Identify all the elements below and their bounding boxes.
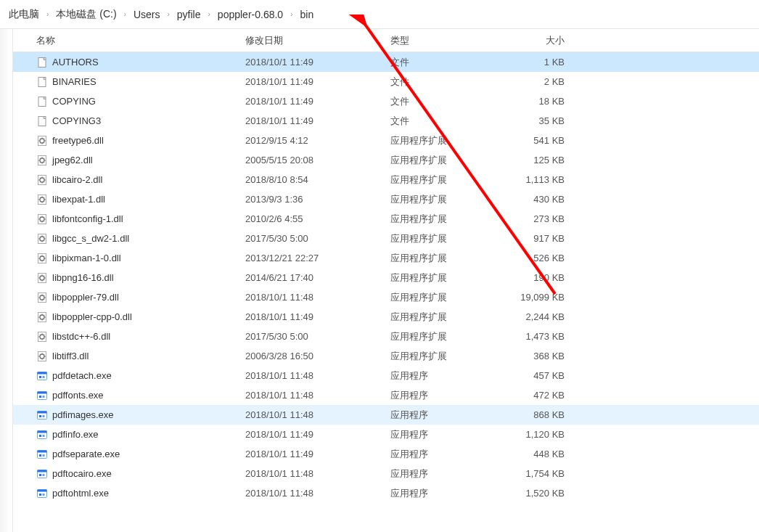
- file-row[interactable]: pdfseparate.exe2018/10/1 11:49应用程序448 KB: [13, 444, 759, 464]
- chevron-right-icon: ›: [120, 10, 131, 18]
- file-type: 应用程序扩展: [390, 350, 514, 363]
- file-name: libpoppler-cpp-0.dll: [52, 311, 132, 322]
- file-row[interactable]: libcairo-2.dll2018/8/10 8:54应用程序扩展1,113 …: [13, 170, 759, 189]
- file-type: 文件: [390, 75, 514, 89]
- file-name: libpng16-16.dll: [52, 272, 114, 283]
- file-row[interactable]: libfontconfig-1.dll2010/2/6 4:55应用程序扩展27…: [13, 209, 759, 229]
- file-type: 文件: [390, 56, 514, 69]
- file-type: 应用程序扩展: [390, 252, 514, 265]
- file-row[interactable]: libgcc_s_dw2-1.dll2017/5/30 5:00应用程序扩展91…: [13, 229, 759, 248]
- file-size: 457 KB: [514, 370, 579, 381]
- file-type: 应用程序扩展: [390, 330, 514, 343]
- exe-icon: [36, 429, 48, 441]
- file-type: 应用程序扩展: [390, 193, 514, 206]
- dll-icon: [36, 351, 48, 362]
- file-size: 125 KB: [514, 155, 579, 165]
- dll-icon: [36, 272, 48, 284]
- file-size: 1,120 KB: [514, 429, 579, 440]
- dll-icon: [36, 155, 48, 166]
- file-name: pdfdetach.exe: [52, 370, 112, 381]
- col-header-type[interactable]: 类型: [390, 34, 514, 47]
- file-type: 应用程序: [390, 409, 514, 422]
- dll-icon: [36, 213, 48, 225]
- file-date: 2012/9/15 4:12: [245, 135, 390, 146]
- file-row[interactable]: libpixman-1-0.dll2013/12/21 22:27应用程序扩展5…: [13, 248, 759, 268]
- file-type: 应用程序扩展: [390, 311, 514, 324]
- file-date: 2018/10/1 11:48: [245, 409, 390, 420]
- file-type: 应用程序扩展: [390, 134, 514, 147]
- file-row[interactable]: freetype6.dll2012/9/15 4:12应用程序扩展541 KB: [13, 131, 759, 150]
- breadcrumb-Users[interactable]: Users: [131, 9, 163, 20]
- file-date: 2005/5/15 20:08: [245, 155, 390, 165]
- chevron-right-icon: ›: [42, 10, 53, 18]
- file-name: libcairo-2.dll: [52, 174, 102, 185]
- file-list[interactable]: AUTHORS2018/10/1 11:49文件1 KBBINARIES2018…: [13, 52, 759, 503]
- file-date: 2018/10/1 11:49: [245, 449, 390, 459]
- file-row[interactable]: pdfdetach.exe2018/10/1 11:48应用程序457 KB: [13, 366, 759, 385]
- file-date: 2006/3/28 16:50: [245, 351, 390, 361]
- breadcrumb[interactable]: 此电脑›本地磁盘 (C:)›Users›pyfile›poppler-0.68.…: [0, 0, 759, 29]
- exe-icon: [36, 390, 48, 401]
- file-row[interactable]: pdffonts.exe2018/10/1 11:48应用程序472 KB: [13, 385, 759, 405]
- file-date: 2018/10/1 11:48: [245, 370, 390, 381]
- file-size: 448 KB: [514, 449, 579, 459]
- file-size: 273 KB: [514, 213, 579, 224]
- file-row[interactable]: libpoppler-79.dll2018/10/1 11:48应用程序扩展19…: [13, 287, 759, 307]
- file-row[interactable]: libtiff3.dll2006/3/28 16:50应用程序扩展368 KB: [13, 346, 759, 366]
- file-size: 190 KB: [514, 272, 579, 283]
- col-header-name[interactable]: 名称: [13, 34, 245, 47]
- file-size: 1,113 KB: [514, 174, 579, 185]
- file-name: jpeg62.dll: [52, 155, 93, 165]
- file-name: pdftohtml.exe: [52, 488, 109, 499]
- file-size: 368 KB: [514, 351, 579, 361]
- file-row[interactable]: jpeg62.dll2005/5/15 20:08应用程序扩展125 KB: [13, 150, 759, 170]
- file-row[interactable]: libexpat-1.dll2013/9/3 1:36应用程序扩展430 KB: [13, 189, 759, 209]
- file-row[interactable]: pdfinfo.exe2018/10/1 11:49应用程序1,120 KB: [13, 425, 759, 444]
- file-name: pdftocairo.exe: [52, 468, 112, 479]
- file-row[interactable]: pdftohtml.exe2018/10/1 11:48应用程序1,520 KB: [13, 483, 759, 503]
- file-row[interactable]: pdfimages.exe2018/10/1 11:48应用程序868 KB: [13, 405, 759, 425]
- breadcrumb-pyfile[interactable]: pyfile: [174, 9, 204, 20]
- col-header-size[interactable]: 大小: [514, 34, 579, 47]
- file-size: 526 KB: [514, 253, 579, 263]
- dll-icon: [36, 174, 48, 186]
- file-row[interactable]: libpoppler-cpp-0.dll2018/10/1 11:49应用程序扩…: [13, 307, 759, 327]
- exe-icon: [36, 449, 48, 460]
- breadcrumb-此电脑[interactable]: 此电脑: [6, 8, 42, 21]
- file-row[interactable]: libpng16-16.dll2014/6/21 17:40应用程序扩展190 …: [13, 268, 759, 287]
- col-header-date[interactable]: 修改日期: [245, 34, 390, 47]
- file-date: 2013/12/21 22:27: [245, 253, 390, 263]
- file-size: 18 KB: [514, 96, 579, 107]
- file-date: 2018/10/1 11:49: [245, 115, 390, 126]
- breadcrumb-bin[interactable]: bin: [297, 9, 316, 20]
- file-row[interactable]: BINARIES2018/10/1 11:49文件2 KB: [13, 72, 759, 91]
- file-date: 2014/6/21 17:40: [245, 272, 390, 283]
- breadcrumb-本地磁盘 (C:)[interactable]: 本地磁盘 (C:): [53, 8, 119, 21]
- file-row[interactable]: AUTHORS2018/10/1 11:49文件1 KB: [13, 52, 759, 72]
- file-row[interactable]: libstdc++-6.dll2017/5/30 5:00应用程序扩展1,473…: [13, 327, 759, 346]
- file-size: 1 KB: [514, 57, 579, 67]
- breadcrumb-poppler-0.68.0[interactable]: poppler-0.68.0: [215, 9, 286, 20]
- file-name: COPYING3: [52, 115, 101, 126]
- file-size: 917 KB: [514, 233, 579, 244]
- exe-icon: [36, 488, 48, 499]
- file-row[interactable]: pdftocairo.exe2018/10/1 11:48应用程序1,754 K…: [13, 464, 759, 483]
- file-icon: [36, 96, 48, 107]
- chevron-right-icon: ›: [163, 10, 173, 18]
- file-name: libfontconfig-1.dll: [52, 213, 123, 224]
- file-date: 2018/10/1 11:48: [245, 292, 390, 303]
- file-size: 541 KB: [514, 135, 579, 146]
- file-type: 应用程序: [390, 369, 514, 382]
- file-name: AUTHORS: [52, 57, 99, 67]
- file-type: 应用程序: [390, 448, 514, 461]
- file-size: 35 KB: [514, 115, 579, 126]
- file-type: 应用程序扩展: [390, 291, 514, 304]
- file-size: 1,520 KB: [514, 488, 579, 499]
- file-row[interactable]: COPYING32018/10/1 11:49文件35 KB: [13, 111, 759, 131]
- dll-icon: [36, 331, 48, 343]
- file-name: pdfseparate.exe: [52, 449, 120, 459]
- exe-icon: [36, 468, 48, 480]
- file-date: 2018/10/1 11:49: [245, 76, 390, 87]
- file-size: 19,099 KB: [514, 292, 579, 303]
- file-row[interactable]: COPYING2018/10/1 11:49文件18 KB: [13, 91, 759, 111]
